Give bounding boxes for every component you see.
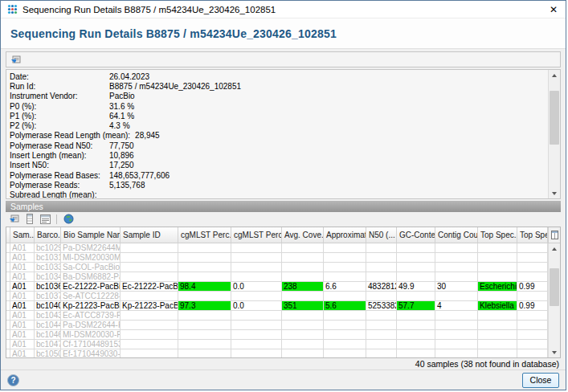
- table-cell: Pa-DSM22644-PacBio: [61, 321, 121, 329]
- column-header[interactable]: Bio Sample Name: [61, 227, 121, 243]
- detail-value: 28,945: [130, 131, 160, 140]
- table-cell: [231, 253, 282, 262]
- table-cell: [517, 340, 548, 349]
- column-header[interactable]: Approximat...: [324, 227, 366, 243]
- column-header[interactable]: Avg. Cove...: [282, 227, 324, 243]
- table-row[interactable]: A01bc1031...Ml-DSM20030Mona...: [6, 253, 548, 263]
- table-cell: [324, 292, 366, 300]
- table-cell: [282, 292, 324, 300]
- table-scrollbar[interactable]: [548, 243, 560, 357]
- table-cell: [435, 311, 478, 320]
- table-cell: [478, 243, 517, 252]
- table-cell: [397, 340, 435, 349]
- table-cell: [178, 349, 231, 357]
- detail-value: 17,250: [104, 161, 134, 169]
- table-cell: [478, 272, 517, 281]
- table-cell: A01: [10, 243, 35, 252]
- table-cell: [478, 330, 517, 339]
- database-icon[interactable]: [62, 213, 75, 225]
- table-cell: [478, 349, 517, 357]
- detail-label: Polymerase Read Length (mean):: [10, 131, 130, 140]
- column-header[interactable]: GC-Conte...: [397, 227, 435, 243]
- export-icon[interactable]: [10, 54, 22, 66]
- close-button[interactable]: Close: [522, 373, 559, 388]
- scroll-up-icon[interactable]: [549, 243, 560, 254]
- column-header[interactable]: Contig Cou...: [435, 227, 478, 243]
- table-row[interactable]: A01bc1029...Pa-DSM22644Mon...: [6, 243, 548, 253]
- detail-value: B8875 / m54234Ue_230426_102851: [104, 82, 241, 91]
- table-cell: A01: [10, 349, 35, 357]
- table-cell: [282, 311, 324, 320]
- table-row[interactable]: A01bc1046...Ml-DSM20030-PacBio: [6, 330, 548, 340]
- table-cell: Klebsiella q...: [478, 301, 517, 310]
- column-header[interactable]: Top Spec...: [478, 227, 517, 243]
- detail-label: Subread Length (mean):: [10, 190, 104, 198]
- detail-label: Polymerase Read N50:: [10, 141, 104, 150]
- table-cell: [121, 330, 178, 339]
- table-cell: [478, 292, 517, 300]
- table-header-row: Sam...Barco...Bio Sample NameSample IDcg…: [6, 227, 560, 243]
- column-header[interactable]: Sample ID: [121, 227, 178, 243]
- column-header[interactable]: Sam...: [10, 227, 35, 243]
- detail-label: Date:: [10, 72, 104, 81]
- scroll-up-icon[interactable]: [549, 70, 560, 80]
- table-cell: [231, 321, 282, 329]
- table-row[interactable]: A01bc1040...Kp-21223-PacBioKp-21223-PacB…: [6, 301, 548, 311]
- detail-label: Insert N50:: [10, 161, 104, 169]
- table-cell: 0.0: [231, 301, 282, 310]
- table-cell: 97.3: [178, 301, 231, 310]
- table-body: A01bc1029...Pa-DSM22644Mon...A01bc1031..…: [6, 243, 560, 357]
- table-row[interactable]: A01bc1050...Ef-1710449030-Pa...: [6, 349, 548, 357]
- table-cell: [178, 243, 231, 252]
- detail-value: 4.3 %: [104, 121, 130, 130]
- details-scroll-thumb[interactable]: [550, 91, 559, 145]
- column-header[interactable]: N50 (...: [366, 227, 397, 243]
- table-row[interactable]: A01bc1037...Se-ATCC12228-Pa...: [6, 292, 548, 301]
- table-cell: [478, 311, 517, 320]
- samples-section-title: Samples: [10, 202, 43, 211]
- table-cell: [517, 330, 548, 339]
- table-cell: [178, 340, 231, 349]
- detail-row: Polymerase Read Bases:148,653,777,606: [10, 170, 548, 180]
- table-cell: [282, 253, 324, 262]
- close-icon[interactable]: ✕: [541, 1, 566, 18]
- details-scrollbar[interactable]: [548, 70, 560, 198]
- run-details-panel: Date:26.04.2023Run Id:B8875 / m54234Ue_2…: [6, 69, 561, 199]
- table-row[interactable]: A01bc1044...Pa-DSM22644-PacBio: [6, 321, 548, 330]
- column-icon[interactable]: [23, 213, 36, 225]
- table-row[interactable]: A01bc1034...Ba-DSM6882-PacBio: [6, 272, 548, 282]
- detail-row: P2 (%):4.3 %: [10, 120, 548, 130]
- export-icon[interactable]: [8, 213, 21, 225]
- table-cell: [435, 272, 478, 281]
- table-row[interactable]: A01bc1047...Cf-17104489153-...: [6, 340, 548, 349]
- table-cell: [435, 243, 478, 252]
- table-cell: [282, 349, 324, 357]
- column-header[interactable]: Top Spec...: [517, 227, 548, 243]
- title-bar[interactable]: Sequencing Run Details B8875 / m54234Ue_…: [1, 1, 566, 18]
- table-cell: [121, 292, 178, 300]
- column-header[interactable]: cgMLST Perc ...: [231, 227, 282, 243]
- table-row[interactable]: A01bc1036...Ec-21222-PacBioEc-21222-PacB…: [6, 282, 548, 292]
- table-row[interactable]: A01bc1043...Ec-ATCC8739-PacBio: [6, 311, 548, 321]
- help-icon[interactable]: ?: [7, 374, 19, 386]
- table-cell: [324, 263, 366, 272]
- column-chooser-icon[interactable]: [548, 227, 560, 243]
- table-cell: [121, 263, 178, 272]
- table-cell: Sa-COL-PacBio: [61, 263, 121, 272]
- scroll-down-icon[interactable]: [549, 188, 560, 198]
- properties-icon[interactable]: [39, 213, 51, 225]
- column-header[interactable]: cgMLST Perc. ...: [178, 227, 231, 243]
- table-cell: 6.6: [324, 282, 366, 291]
- scroll-down-icon[interactable]: [549, 347, 560, 357]
- table-cell: A01: [10, 263, 35, 272]
- table-cell: [324, 349, 366, 357]
- table-cell: A01: [10, 311, 35, 320]
- table-scroll-thumb[interactable]: [550, 268, 559, 306]
- table-cell: Pa-DSM22644Mon...: [61, 243, 121, 252]
- table-cell: [121, 253, 178, 262]
- column-header[interactable]: Barco...: [35, 227, 61, 243]
- detail-row: Insert Length (mean):10,896: [10, 150, 548, 160]
- table-cell: [282, 340, 324, 349]
- table-row[interactable]: A01bc1033...Sa-COL-PacBio: [6, 263, 548, 272]
- table-cell: [366, 340, 397, 349]
